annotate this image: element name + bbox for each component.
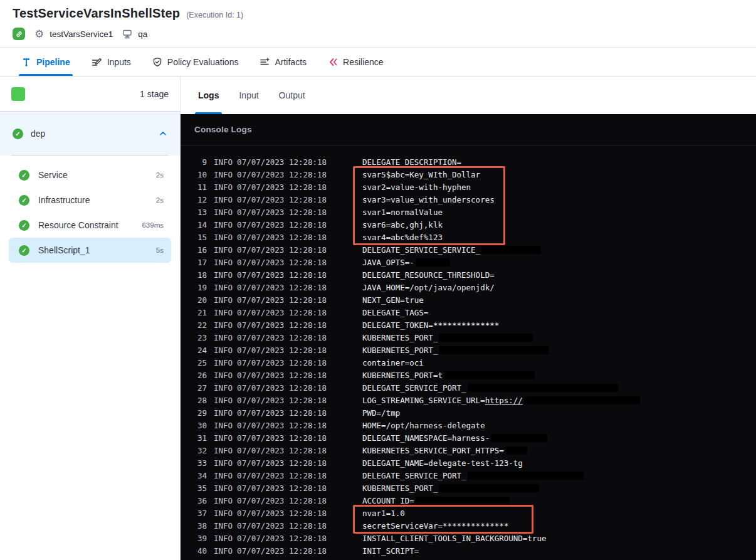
log-message: DELEGATE_DESCRIPTION=: [362, 156, 461, 168]
log-line-number: 38: [192, 521, 207, 531]
log-level: INFO: [214, 270, 233, 280]
log-message: DELEGATE_SERVICE_SERVICE_: [362, 243, 541, 256]
step-duration: 5s: [156, 246, 164, 254]
tab-label: Pipeline: [36, 57, 70, 67]
log-level: INFO: [214, 233, 233, 242]
log-tab-input[interactable]: Input: [239, 77, 258, 114]
stage-group-dep[interactable]: ✓ dep: [0, 112, 180, 156]
log-level: INFO: [214, 458, 233, 468]
stage-group-label: dep: [31, 129, 45, 139]
step-label: Service: [38, 170, 147, 180]
log-message: svar6=abc,ghj,klk: [362, 218, 443, 231]
log-message-text: ACCOUNT_ID=: [362, 496, 414, 505]
log-line: 16INFO07/07/2023 12:28:18DELEGATE_SERVIC…: [181, 243, 756, 256]
chevron-up-icon[interactable]: [159, 129, 167, 138]
log-message: svar1=normalValue: [362, 206, 443, 218]
log-message-text: DELEGATE_NAMESPACE=harness-: [362, 433, 490, 443]
log-timestamp: 07/07/2023 12:28:18: [237, 421, 327, 430]
log-line: 24INFO07/07/2023 12:28:18KUBERNETES_PORT…: [181, 344, 756, 356]
log-line-number: 29: [192, 408, 207, 418]
log-line-number: 13: [192, 208, 207, 217]
redaction-block: [439, 334, 533, 342]
log-line: 30INFO07/07/2023 12:28:18HOME=/opt/harne…: [181, 419, 756, 431]
log-line: 29INFO07/07/2023 12:28:18PWD=/tmp: [181, 406, 756, 419]
tab-artifacts[interactable]: Artifacts: [260, 48, 307, 76]
log-line-number: 34: [192, 471, 207, 480]
log-line: 17INFO07/07/2023 12:28:18JAVA_OPTS=-: [181, 256, 756, 268]
step-infrastructure[interactable]: ✓Infrastructure2s: [0, 188, 180, 213]
log-line: 33INFO07/07/2023 12:28:18DELEGATE_NAME=d…: [181, 457, 756, 469]
log-line: 31INFO07/07/2023 12:28:18DELEGATE_NAMESP…: [181, 431, 756, 444]
log-message-text: NEXT_GEN=true: [362, 295, 424, 305]
log-message-text: KUBERNETES_PORT=t: [362, 371, 443, 380]
log-message-text: HOME=/opt/harness-delegate: [362, 421, 485, 430]
log-timestamp: 07/07/2023 12:28:18: [237, 509, 327, 518]
log-line: 28INFO07/07/2023 12:28:18LOG_STREAMING_S…: [181, 394, 756, 406]
log-tab-logs[interactable]: Logs: [198, 77, 219, 114]
log-message: JAVA_OPTS=-: [362, 256, 450, 268]
log-line-number: 10: [192, 170, 207, 179]
log-line-number: 25: [192, 358, 207, 367]
log-message-text: DELEGATE_NAME=delegate-test-123-tg: [362, 458, 523, 468]
log-timestamp: 07/07/2023 12:28:18: [237, 358, 327, 367]
log-line: 25INFO07/07/2023 12:28:18container=oci: [181, 356, 756, 369]
log-message: nvar1=1.0: [362, 507, 405, 519]
service-gear-icon: ⚙: [34, 29, 44, 40]
log-message: INSTALL_CLIENT_TOOLS_IN_BACKGROUND=true: [362, 532, 547, 544]
redaction-block: [439, 346, 549, 354]
log-level: INFO: [214, 534, 233, 543]
log-line-number: 9: [192, 157, 207, 167]
tab-resilience[interactable]: Resilience: [328, 48, 384, 76]
console-log-lines[interactable]: 9INFO07/07/2023 12:28:18DELEGATE_DESCRIP…: [181, 156, 756, 557]
log-timestamp: 07/07/2023 12:28:18: [237, 220, 327, 230]
step-resource-constraint[interactable]: ✓Resource Constraint639ms: [0, 213, 180, 238]
log-line-number: 40: [192, 546, 207, 556]
log-line-number: 31: [192, 433, 207, 443]
log-message-text: JAVA_OPTS=-: [362, 258, 414, 267]
log-level: INFO: [214, 157, 233, 167]
log-level: INFO: [214, 346, 233, 355]
log-level: INFO: [214, 521, 233, 531]
log-line-number: 22: [192, 320, 207, 330]
log-message-text: DELEGATE_SERVICE_PORT_: [362, 383, 466, 393]
environment-name[interactable]: qa: [138, 29, 147, 39]
log-message: svar4=abc%def%123: [362, 231, 443, 243]
step-service[interactable]: ✓Service2s: [0, 162, 180, 188]
log-tab-output[interactable]: Output: [279, 77, 305, 114]
step-list: ✓Service2s✓Infrastructure2s✓Resource Con…: [0, 156, 180, 263]
log-line: 35INFO07/07/2023 12:28:18KUBERNETES_PORT…: [181, 482, 756, 494]
log-line: 19INFO07/07/2023 12:28:18JAVA_HOME=/opt/…: [181, 281, 756, 293]
console-panel: Console Logs 9INFO07/07/2023 12:28:18DEL…: [181, 114, 756, 560]
cd-module-icon: [13, 28, 25, 40]
tab-pipeline[interactable]: Pipeline: [21, 48, 70, 76]
log-timestamp: 07/07/2023 12:28:18: [237, 333, 327, 342]
service-name[interactable]: testVarsService1: [50, 29, 113, 39]
log-timestamp: 07/07/2023 12:28:18: [237, 170, 327, 179]
step-duration: 2s: [156, 171, 164, 179]
log-timestamp: 07/07/2023 12:28:18: [237, 157, 327, 167]
log-message: KUBERNETES_PORT_: [362, 482, 539, 494]
log-message-text: PWD=/tmp: [362, 408, 400, 418]
log-link[interactable]: https://: [485, 396, 523, 405]
log-message: DELEGATE_TAGS=: [362, 306, 428, 319]
policy-icon: [152, 57, 162, 67]
log-message-text: svar4=abc%def%123: [362, 233, 443, 242]
step-shellscript-1[interactable]: ✓ShellScript_15s: [9, 238, 171, 263]
stage-status-icon[interactable]: [11, 87, 25, 101]
log-line: 40INFO07/07/2023 12:28:18INIT_SCRIPT=: [181, 544, 756, 557]
log-message-text: DELEGATE_RESOURCE_THRESHOLD=: [362, 270, 495, 280]
log-timestamp: 07/07/2023 12:28:18: [237, 208, 327, 217]
tab-policy-evaluations[interactable]: Policy Evaluations: [152, 48, 239, 76]
log-timestamp: 07/07/2023 12:28:18: [237, 182, 327, 192]
tab-inputs[interactable]: Inputs: [92, 48, 131, 76]
log-tab-label: Logs: [198, 90, 219, 100]
log-level: INFO: [214, 509, 233, 518]
log-timestamp: 07/07/2023 12:28:18: [237, 458, 327, 468]
log-line: 13INFO07/07/2023 12:28:18svar1=normalVal…: [181, 206, 756, 218]
log-line-number: 37: [192, 509, 207, 518]
log-line: 12INFO07/07/2023 12:28:18svar3=value_wit…: [181, 193, 756, 206]
log-message-text: nvar1=1.0: [362, 509, 405, 518]
log-level: INFO: [214, 170, 233, 179]
step-duration: 2s: [156, 196, 164, 204]
log-line: 37INFO07/07/2023 12:28:18nvar1=1.0: [181, 507, 756, 519]
